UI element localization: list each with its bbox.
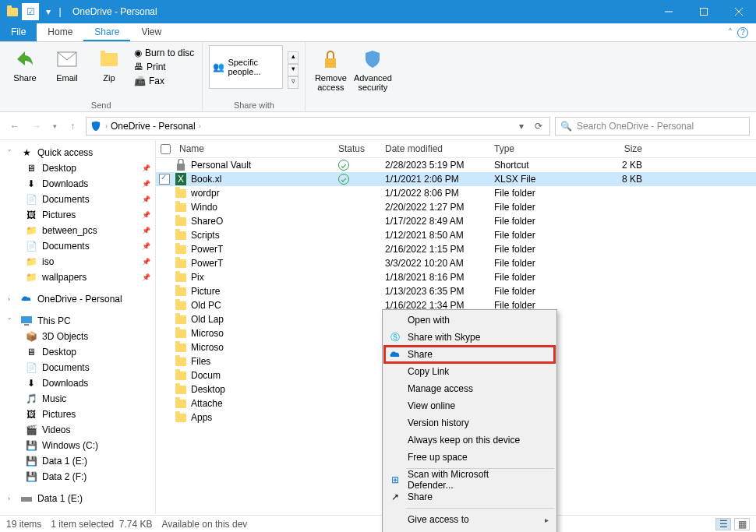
defender-icon: ⊞	[389, 474, 401, 486]
qat-dropdown-icon[interactable]: ▾	[40, 3, 57, 20]
nav-item[interactable]: 🖼Pictures📌	[0, 207, 155, 223]
refresh-button[interactable]: ⟳	[531, 118, 546, 134]
nav-item[interactable]: 📁iso📌	[0, 254, 155, 270]
nav-item[interactable]: 🖼Pictures	[0, 407, 155, 422]
tab-share[interactable]: Share	[83, 23, 130, 41]
file-row[interactable]: Personal Vault 2/28/2023 5:19 PM Shortcu…	[156, 158, 756, 172]
tab-home[interactable]: Home	[37, 23, 83, 41]
ctx-share-skype[interactable]: ⓈShare with Skype	[384, 329, 555, 346]
file-row[interactable]: Scripts 1/12/2021 8:50 AM File folder	[156, 228, 756, 242]
ctx-copy-link[interactable]: Copy Link	[384, 363, 555, 380]
view-details-button[interactable]: ☰	[715, 518, 731, 530]
file-row[interactable]: Windo 2/20/2022 1:27 PM File folder	[156, 200, 756, 214]
qat-properties-icon[interactable]: ☑	[22, 3, 39, 20]
file-row[interactable]: Pix 1/18/2021 8:16 PM File folder	[156, 270, 756, 284]
breadcrumb-chevron[interactable]: ›	[199, 122, 201, 130]
folder-icon: 📦	[25, 330, 37, 343]
nav-recent-dropdown[interactable]: ▾	[50, 118, 59, 135]
file-row[interactable]: XBook.xl 1/1/2021 2:06 PM XLSX File 8 KB	[156, 172, 756, 186]
print-button[interactable]: 🖶Print	[132, 61, 196, 73]
column-size[interactable]: Size	[588, 143, 642, 154]
view-large-icons-button[interactable]: ▦	[734, 518, 750, 530]
help-icon[interactable]: ?	[737, 27, 748, 38]
ribbon-collapse-icon[interactable]: ˄	[728, 27, 733, 38]
nav-item[interactable]: 🖥Desktop📌	[0, 160, 155, 176]
column-name[interactable]: Name	[179, 143, 204, 154]
ctx-version-history[interactable]: Version history	[384, 414, 555, 432]
qat-folder-icon[interactable]	[4, 3, 21, 20]
ctx-scan-defender[interactable]: ⊞Scan with Microsoft Defender...	[384, 471, 555, 488]
file-type: File folder	[494, 230, 588, 241]
context-menu: Open with ⓈShare with Skype Share Copy L…	[382, 309, 557, 532]
ctx-view-online[interactable]: View online	[384, 397, 555, 414]
burn-disc-button[interactable]: ◉Burn to disc	[132, 47, 196, 59]
nav-item[interactable]: 📦3D Objects	[0, 329, 155, 344]
nav-item[interactable]: 📄Documents📌	[0, 192, 155, 207]
ctx-manage-access[interactable]: Manage access	[384, 380, 555, 397]
nav-item[interactable]: 📁between_pcs📌	[0, 223, 155, 238]
row-checkbox[interactable]	[159, 174, 170, 185]
email-button[interactable]: Email	[48, 45, 86, 83]
nav-item[interactable]: 📄Documents📌	[0, 238, 155, 254]
file-row[interactable]: Picture 1/13/2023 6:35 PM File folder	[156, 284, 756, 298]
select-all-checkbox[interactable]	[161, 144, 171, 154]
print-icon: 🖶	[134, 62, 143, 72]
nav-item[interactable]: 💾Data 1 (E:)	[0, 453, 155, 469]
zip-button[interactable]: Zip	[90, 45, 128, 83]
close-button[interactable]	[721, 0, 756, 23]
sharewith-scroll-up[interactable]: ▴	[288, 51, 299, 64]
nav-forward-button[interactable]: →	[28, 118, 45, 135]
file-row[interactable]: wordpr 1/1/2022 8:06 PM File folder	[156, 186, 756, 200]
pin-icon: 📌	[142, 258, 150, 266]
nav-up-button[interactable]: ↑	[64, 118, 81, 135]
search-input[interactable]: 🔍 Search OneDrive - Personal	[555, 117, 750, 136]
ctx-share2[interactable]: ↗Share	[384, 488, 555, 506]
nav-item[interactable]: 💾Windows (C:)	[0, 438, 155, 453]
file-row[interactable]: PowerT 3/3/2022 10:20 AM File folder	[156, 256, 756, 270]
nav-quick-access[interactable]: ˅★Quick access	[0, 145, 155, 160]
nav-thispc[interactable]: ˅This PC	[0, 313, 155, 329]
ctx-give-access[interactable]: Give access to▸	[384, 511, 555, 528]
nav-back-button[interactable]: ←	[6, 118, 23, 135]
column-date[interactable]: Date modified	[385, 143, 494, 154]
nav-item[interactable]: 💾Data 2 (F:)	[0, 469, 155, 484]
nav-item[interactable]: 🎬Videos	[0, 422, 155, 438]
remove-access-button[interactable]: Remove access	[312, 45, 349, 92]
maximize-button[interactable]	[686, 0, 721, 23]
ctx-share[interactable]: Share	[384, 346, 555, 363]
minimize-button[interactable]	[651, 0, 686, 23]
status-available-icon	[338, 160, 349, 171]
nav-item[interactable]: 🖥Desktop	[0, 344, 155, 360]
nav-drive[interactable]: ›Data 1 (E:)	[0, 491, 155, 506]
sharewith-expand[interactable]: ▿	[288, 76, 299, 89]
ctx-free-up-space[interactable]: Free up space	[384, 449, 555, 466]
nav-item[interactable]: 🎵Music	[0, 391, 155, 407]
share-button[interactable]: Share	[6, 45, 44, 83]
specific-people-button[interactable]: 👥 Specific people...	[209, 45, 283, 89]
column-status[interactable]: Status	[338, 143, 385, 154]
nav-item[interactable]: ⬇Downloads📌	[0, 176, 155, 192]
ctx-always-keep[interactable]: Always keep on this device	[384, 432, 555, 449]
ctx-open-with[interactable]: Open with	[384, 312, 555, 329]
cloud-icon	[389, 348, 401, 361]
advanced-security-button[interactable]: Advanced security	[354, 45, 391, 92]
breadcrumb-item[interactable]: OneDrive - Personal	[111, 121, 196, 132]
fax-button[interactable]: 📠Fax	[132, 75, 196, 87]
nav-item[interactable]: 📁wallpapers📌	[0, 270, 155, 285]
breadcrumb[interactable]: › OneDrive - Personal › ▾ ⟳	[86, 117, 550, 136]
file-date: 2/28/2023 5:19 PM	[385, 160, 494, 171]
file-row[interactable]: PowerT 2/16/2022 1:15 PM File folder	[156, 242, 756, 256]
sharewith-scroll-down[interactable]: ▾	[288, 64, 299, 76]
file-name: Windo	[191, 202, 217, 213]
tab-view[interactable]: View	[130, 23, 172, 41]
nav-item[interactable]: ⬇Downloads	[0, 375, 155, 391]
nav-onedrive[interactable]: ›OneDrive - Personal	[0, 291, 155, 307]
breadcrumb-root-icon[interactable]	[90, 120, 102, 132]
file-row[interactable]: ShareO 1/17/2022 8:49 AM File folder	[156, 214, 756, 228]
breadcrumb-chevron[interactable]: ›	[105, 122, 108, 130]
breadcrumb-dropdown[interactable]: ▾	[514, 118, 529, 134]
column-type[interactable]: Type	[494, 143, 588, 154]
tab-file[interactable]: File	[0, 23, 37, 41]
nav-item[interactable]: 📄Documents	[0, 360, 155, 375]
ctx-whats-using[interactable]: What's using this file?	[384, 528, 555, 532]
